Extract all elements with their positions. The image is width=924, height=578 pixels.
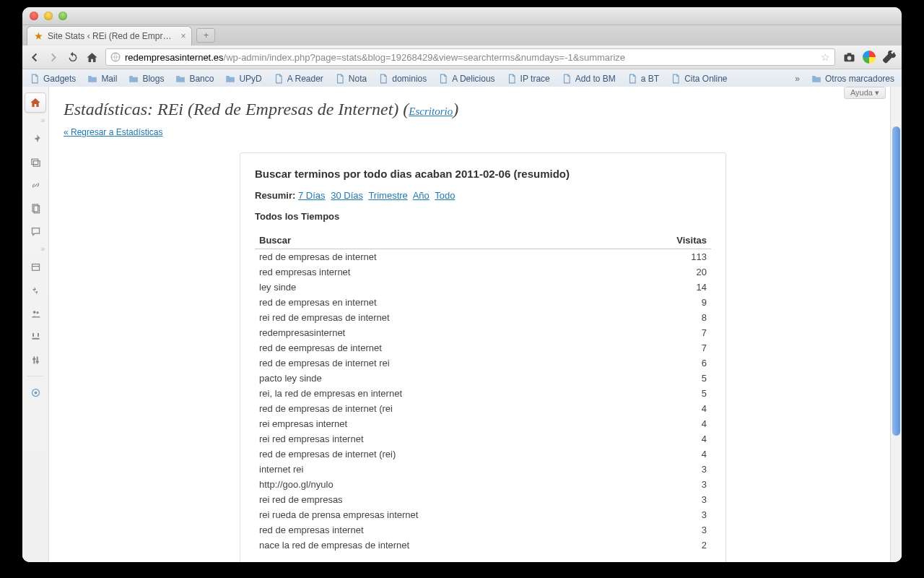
table-row: red de empresas de internet113 (255, 249, 711, 265)
home-button[interactable] (86, 51, 98, 64)
table-row: red de empresas de internet (rei4 (255, 401, 711, 416)
page-icon (335, 74, 345, 84)
summarize-link[interactable]: Año (413, 190, 430, 201)
search-terms-table: Buscar Visitas red de empresas de intern… (255, 232, 711, 553)
seo-extension-icon[interactable] (863, 51, 876, 64)
other-bookmarks[interactable]: Otros marcadores (811, 74, 894, 84)
plugins-menu-icon[interactable] (25, 280, 46, 301)
panel-heading: Buscar terminos por todo dias acaban 201… (255, 168, 711, 180)
page-icon (274, 74, 284, 84)
url-bar[interactable]: redempresasinternet.es/wp-admin/index.ph… (105, 48, 835, 66)
page-title: Estadísticas: REi (Red de Empresas de In… (64, 100, 871, 119)
browser-window: ★ Site Stats ‹ REi (Red de Empr… × + red… (22, 7, 902, 562)
pages-menu-icon[interactable] (25, 198, 46, 218)
tab-title: Site Stats ‹ REi (Red de Empr… (48, 31, 171, 41)
col-visits: Visitas (625, 232, 711, 249)
media-menu-icon[interactable] (25, 152, 46, 172)
bookmark-item[interactable]: A Reader (274, 74, 323, 84)
summarize-link[interactable]: 7 Días (298, 190, 326, 201)
svg-point-2 (847, 56, 851, 61)
bookmark-item[interactable]: IP trace (507, 74, 550, 84)
close-tab-icon[interactable]: × (180, 31, 186, 41)
bookmark-item[interactable]: dominios (378, 74, 427, 84)
table-row: red empresas internet20 (255, 264, 711, 280)
col-search: Buscar (255, 232, 625, 249)
window-titlebar (22, 7, 902, 25)
all-time-heading: Todos los Tiempos (255, 211, 711, 222)
bookmark-item[interactable]: Blogs (128, 74, 164, 84)
page-icon (378, 74, 388, 84)
wrench-menu-button[interactable] (883, 51, 896, 64)
table-row: red de eempresas de internet7 (255, 340, 711, 355)
reload-button[interactable] (67, 51, 79, 63)
table-row: red de empresas de internet (rei)4 (255, 447, 711, 462)
bookmark-item[interactable]: Add to BM (562, 74, 616, 84)
expand-menu-icon[interactable]: » (25, 116, 46, 126)
table-row: rei empresas internet4 (255, 416, 711, 431)
settings-menu-icon[interactable] (25, 350, 46, 370)
table-row: http://goo.gl/nyulo3 (255, 477, 711, 492)
minimize-window-button[interactable] (44, 12, 53, 20)
bookmarks-overflow-button[interactable]: » (795, 74, 800, 84)
table-row: red de empresas de internet rei6 (255, 355, 711, 371)
bookmark-item[interactable]: Mail (87, 74, 117, 84)
bookmark-item[interactable]: Gadgets (30, 74, 76, 84)
summarize-link[interactable]: Todo (435, 190, 455, 201)
page-content: » » Ayuda ▾ Estadísticas: REi (Red de Em… (22, 87, 902, 562)
new-tab-button[interactable]: + (196, 28, 215, 43)
table-row: redempresasinternet7 (255, 325, 711, 340)
users-menu-icon[interactable] (25, 303, 46, 324)
close-window-button[interactable] (30, 12, 38, 20)
comments-menu-icon[interactable] (25, 221, 46, 241)
nav-toolbar: redempresasinternet.es/wp-admin/index.ph… (22, 46, 902, 69)
screenshot-extension-icon[interactable] (842, 51, 855, 64)
appearance-menu-icon[interactable] (25, 257, 46, 277)
svg-rect-14 (32, 358, 35, 360)
summarize-link[interactable]: Trimestre (368, 190, 407, 201)
globe-icon (110, 52, 121, 62)
help-button[interactable]: Ayuda ▾ (844, 87, 886, 99)
summarize-link[interactable]: 30 Días (331, 190, 363, 201)
folder-icon (225, 74, 235, 84)
back-to-stats-link[interactable]: « Regresar a Estadísticas (64, 127, 162, 137)
vertical-scrollbar[interactable] (890, 87, 902, 562)
escritorio-link[interactable]: Escritorio (409, 105, 453, 117)
expand-menu-icon-2[interactable]: » (25, 244, 46, 254)
zoom-window-button[interactable] (58, 12, 67, 20)
posts-menu-icon[interactable] (25, 129, 46, 149)
back-button[interactable] (28, 51, 40, 64)
table-row: pacto ley sinde5 (255, 371, 711, 386)
table-row: rei, la red de empresas en internet5 (255, 386, 711, 401)
svg-rect-12 (33, 356, 35, 363)
table-row: rei red de empresas de internet8 (255, 310, 711, 325)
bookmark-item[interactable]: Nota (335, 74, 367, 84)
forward-button[interactable] (48, 51, 60, 64)
bookmark-item[interactable]: A Delicious (438, 74, 494, 84)
links-menu-icon[interactable] (25, 175, 46, 195)
scrollbar-thumb[interactable] (892, 126, 900, 436)
main-panel: Ayuda ▾ Estadísticas: REi (Red de Empres… (49, 87, 890, 562)
bookmark-item[interactable]: UPyD (225, 74, 261, 84)
page-icon (627, 74, 637, 84)
tools-menu-icon[interactable] (25, 327, 46, 347)
page-icon (507, 74, 517, 84)
page-icon (562, 74, 572, 84)
dashboard-menu-icon[interactable] (25, 92, 46, 113)
folder-icon (87, 74, 97, 84)
svg-rect-4 (31, 159, 38, 165)
page-icon (671, 74, 681, 84)
collapse-menu-icon[interactable] (25, 382, 46, 402)
svg-point-17 (34, 391, 37, 394)
summarize-row: Resumir: 7 Días 30 Días Trimestre Año To… (255, 190, 711, 201)
bookmarks-bar: GadgetsMailBlogsBancoUPyDA ReaderNotadom… (22, 69, 902, 89)
bookmark-item[interactable]: Banco (175, 74, 214, 84)
bookmark-item[interactable]: Cita Online (671, 74, 727, 84)
browser-tab[interactable]: ★ Site Stats ‹ REi (Red de Empr… × (27, 26, 192, 46)
bookmark-item[interactable]: a BT (627, 74, 659, 84)
bookmark-star-icon[interactable]: ☆ (821, 51, 830, 63)
table-row: rei rueda de prensa empresas internet3 (255, 507, 711, 522)
url-path: /wp-admin/index.php?page=stats&blog=1926… (224, 52, 625, 63)
favicon-icon: ★ (33, 31, 43, 41)
svg-rect-3 (847, 53, 851, 55)
table-row: red de empresas en internet9 (255, 295, 711, 310)
